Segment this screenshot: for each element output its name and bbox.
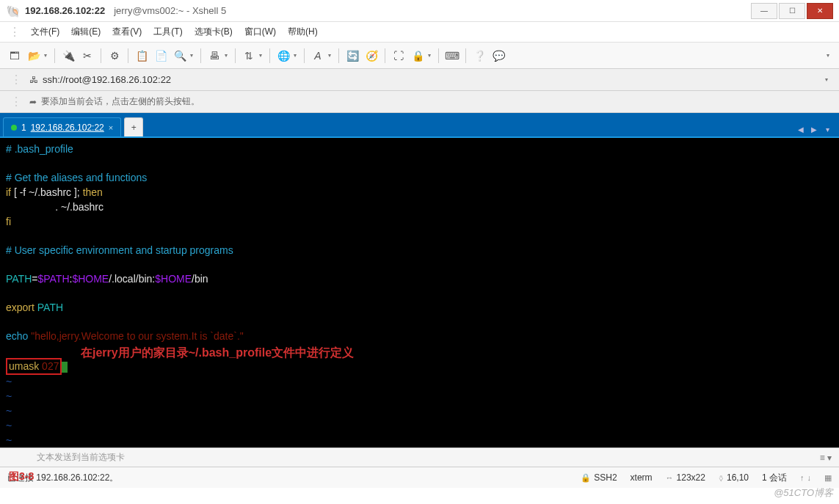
properties-icon[interactable]: ⚙	[106, 47, 123, 65]
dropdown-icon[interactable]: ▾	[190, 52, 196, 59]
window-title-sub: jerry@vms002:~ - Xshell 5	[114, 5, 226, 16]
session-tab[interactable]: 1 192.168.26.102:22 ×	[3, 117, 121, 136]
separator	[54, 48, 55, 63]
cursor	[62, 362, 68, 373]
menu-grip: ⋮	[6, 25, 23, 39]
menu-file[interactable]: 文件(F)	[26, 23, 64, 41]
print-icon[interactable]: 🖶	[206, 47, 223, 65]
menu-tabs[interactable]: 选项卡(B)	[190, 23, 237, 41]
compose-bar[interactable]: 文本发送到当前选项卡 ≡ ▾	[0, 448, 839, 467]
figure-label: 图3-8	[9, 470, 34, 483]
tab-bar: 1 192.168.26.102:22 × + ◀ ▶ ▾	[0, 113, 839, 136]
copy-icon[interactable]: 📋	[133, 47, 150, 65]
refresh-icon[interactable]: 🔄	[344, 47, 361, 65]
annotation-text: 在jerry用户的家目录~/.bash_profile文件中进行定义	[81, 346, 354, 359]
dropdown-icon[interactable]: ▾	[328, 52, 334, 59]
separator	[235, 48, 236, 63]
fullscreen-icon[interactable]: ⛶	[390, 47, 407, 65]
caret-icon: ⎀	[719, 473, 724, 482]
terminal-content: # .bash_profile # Get the aliases and fu…	[6, 142, 833, 448]
separator	[101, 48, 101, 63]
window-title-main: 192.168.26.102:22	[25, 5, 105, 16]
grip-icon: ⋮	[7, 73, 25, 87]
status-size: ↔123x22	[666, 472, 705, 483]
new-session-icon[interactable]: 🗔	[6, 47, 23, 65]
grip-icon: ⋮	[7, 95, 25, 109]
hint-text: 要添加当前会话，点击左侧的箭头按钮。	[41, 95, 200, 108]
find-icon[interactable]: 🔍	[171, 47, 189, 65]
dropdown-icon[interactable]: ▾	[225, 52, 230, 59]
separator	[465, 48, 466, 63]
separator	[269, 48, 270, 63]
separator	[200, 48, 201, 63]
dropdown-icon[interactable]: ▾	[44, 52, 50, 59]
maximize-button[interactable]: ☐	[779, 3, 805, 19]
app-icon: 🐚	[6, 4, 19, 18]
size-icon: ↔	[666, 473, 674, 482]
menu-help[interactable]: 帮助(H)	[283, 23, 322, 41]
overflow-icon[interactable]: ▾	[823, 47, 833, 65]
lock-icon[interactable]: 🔒	[409, 47, 426, 65]
add-tab-button[interactable]: +	[124, 117, 143, 136]
tab-next-icon[interactable]: ▶	[808, 122, 820, 136]
menu-tools[interactable]: 工具(T)	[149, 23, 186, 41]
tab-prev-icon[interactable]: ◀	[795, 122, 807, 136]
arrow-hint-icon[interactable]: ➦	[29, 97, 37, 107]
keyboard-icon[interactable]: ⌨	[443, 47, 461, 65]
status-dot-icon	[11, 125, 17, 131]
watermark: @51CTO博客	[774, 486, 833, 500]
terminal[interactable]: # .bash_profile # Get the aliases and fu…	[0, 136, 839, 448]
tab-index: 1	[21, 123, 26, 133]
menu-edit[interactable]: 编辑(E)	[67, 23, 105, 41]
reconnect-icon[interactable]: 🔌	[59, 47, 77, 65]
separator	[438, 48, 439, 63]
status-termtype: xterm	[631, 472, 653, 483]
umask-highlight: umask 027	[6, 358, 62, 375]
transfer-icon[interactable]: ⇅	[240, 47, 258, 65]
compose-placeholder: 文本发送到当前选项卡	[37, 451, 125, 464]
status-proto: 🔒SSH2	[581, 472, 617, 483]
status-sessions: 1 会话	[762, 472, 787, 484]
tab-nav: ◀ ▶ ▾	[795, 122, 836, 136]
separator	[304, 48, 305, 63]
compass-icon[interactable]: 🧭	[363, 47, 380, 65]
open-folder-icon[interactable]: 📂	[25, 47, 43, 65]
title-bar: 🐚 192.168.26.102:22 jerry@vms002:~ - Xsh…	[0, 0, 839, 22]
address-bar: ⋮ 🖧 ssh://root@192.168.26.102:22 ▾	[0, 69, 839, 91]
minimize-button[interactable]: —	[751, 3, 777, 19]
font-icon[interactable]: A	[309, 47, 327, 65]
separator	[128, 48, 128, 63]
tab-label: 192.168.26.102:22	[31, 123, 104, 133]
close-button[interactable]: ✕	[807, 3, 833, 19]
status-cursor: ⎀16,10	[719, 472, 749, 483]
ssh-icon: 🖧	[29, 75, 38, 85]
hint-bar: ⋮ ➦ 要添加当前会话，点击左侧的箭头按钮。	[0, 91, 839, 113]
status-grid-icon[interactable]: ▦	[824, 473, 832, 483]
menu-bar: ⋮ 文件(F) 编辑(E) 查看(V) 工具(T) 选项卡(B) 窗口(W) 帮…	[0, 22, 839, 43]
lock-icon: 🔒	[581, 473, 591, 483]
menu-window[interactable]: 窗口(W)	[240, 23, 280, 41]
menu-view[interactable]: 查看(V)	[108, 23, 146, 41]
dropdown-icon[interactable]: ▾	[259, 52, 265, 59]
overflow-icon[interactable]: ▾	[821, 71, 832, 89]
dropdown-icon[interactable]: ▾	[428, 52, 434, 59]
chat-icon[interactable]: 💬	[490, 47, 507, 65]
status-updown-icon[interactable]: ↑↓	[800, 473, 811, 482]
compose-menu-icon[interactable]: ≡ ▾	[820, 453, 832, 463]
toolbar: 🗔 📂▾ 🔌 ✂ ⚙ 📋 📄 🔍▾ 🖶▾ ⇅▾ 🌐▾ A▾ 🔄 🧭 ⛶ 🔒▾ ⌨…	[0, 43, 839, 69]
help-icon[interactable]: ❔	[471, 47, 488, 65]
window-controls: — ☐ ✕	[749, 3, 833, 19]
separator	[338, 48, 339, 63]
status-bar: 已连接 192.168.26.102:22。 🔒SSH2 xterm ↔123x…	[0, 467, 839, 488]
separator	[385, 48, 385, 63]
address-text[interactable]: ssh://root@192.168.26.102:22	[43, 74, 171, 85]
paste-icon[interactable]: 📄	[152, 47, 170, 65]
globe-icon[interactable]: 🌐	[275, 47, 292, 65]
disconnect-icon[interactable]: ✂	[79, 47, 96, 65]
dropdown-icon[interactable]: ▾	[294, 52, 299, 59]
tab-list-icon[interactable]: ▾	[821, 122, 833, 136]
tab-close-icon[interactable]: ×	[109, 123, 113, 132]
